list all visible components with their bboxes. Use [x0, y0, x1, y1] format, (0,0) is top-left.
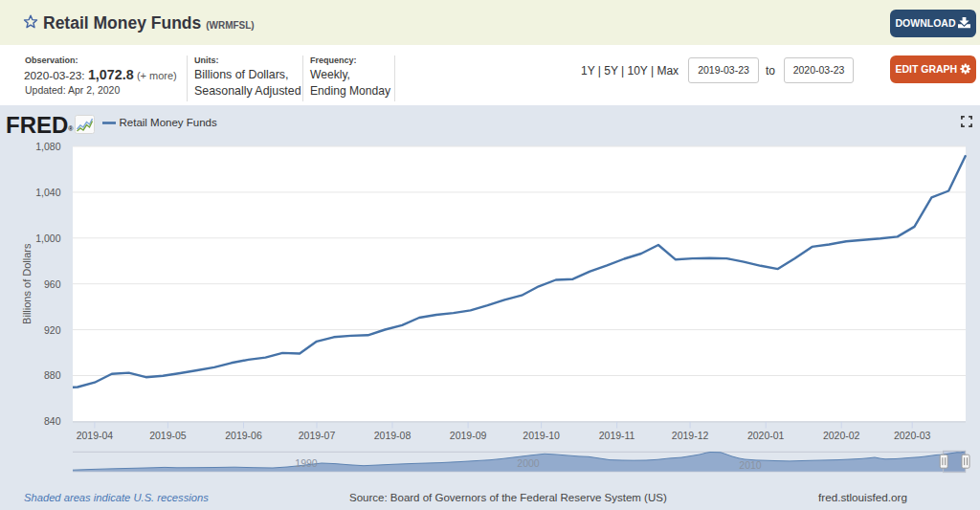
svg-text:2000: 2000	[517, 457, 540, 469]
svg-text:2020-01: 2020-01	[747, 430, 785, 441]
svg-text:2019-04: 2019-04	[77, 430, 114, 441]
svg-text:2019-05: 2019-05	[149, 430, 187, 441]
svg-text:2010: 2010	[739, 459, 762, 471]
svg-text:840: 840	[44, 415, 61, 427]
svg-text:2019-11: 2019-11	[599, 430, 635, 441]
svg-text:920: 920	[44, 324, 61, 336]
svg-text:2019-08: 2019-08	[374, 430, 412, 441]
svg-text:2019-07: 2019-07	[299, 430, 336, 441]
svg-text:2019-09: 2019-09	[450, 430, 487, 441]
svg-text:960: 960	[44, 278, 61, 290]
svg-text:1,040: 1,040	[35, 187, 60, 198]
svg-text:880: 880	[44, 369, 61, 381]
svg-text:2020-02: 2020-02	[823, 430, 860, 441]
svg-text:1,080: 1,080	[35, 141, 60, 152]
svg-text:1,000: 1,000	[35, 233, 60, 244]
svg-text:2019-10: 2019-10	[523, 430, 560, 441]
svg-text:2019-06: 2019-06	[225, 430, 262, 441]
svg-text:1990: 1990	[295, 457, 318, 469]
svg-text:2020-03: 2020-03	[894, 430, 931, 441]
svg-text:2019-12: 2019-12	[672, 430, 709, 441]
svg-text:Billions of Dollars: Billions of Dollars	[21, 243, 33, 324]
